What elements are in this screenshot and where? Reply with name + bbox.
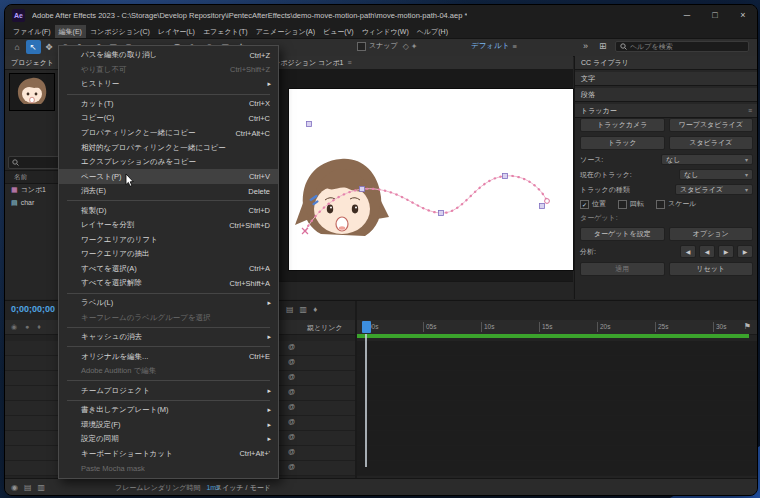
menubar-item[interactable]: ヘルプ(H): [413, 25, 452, 38]
parent-pickwhip-icon[interactable]: @: [288, 403, 295, 410]
playhead-handle[interactable]: [362, 321, 371, 333]
workspace-overflow-icon[interactable]: »: [583, 41, 588, 51]
tracker-checkbox[interactable]: 回転: [618, 199, 644, 209]
tracker-button[interactable]: 適用: [580, 262, 665, 276]
workspace-grid-icon[interactable]: ⊞: [599, 41, 607, 51]
checkbox-label: スケール: [668, 199, 697, 209]
analyze-button[interactable]: ▶: [737, 245, 753, 258]
current-timecode[interactable]: 0;00;00;00: [11, 304, 55, 314]
collapsed-panel-header[interactable]: CC ライブラリ: [575, 56, 758, 70]
menubar-item[interactable]: コンポジション(C): [86, 25, 154, 38]
edit-menu-item[interactable]: チームプロジェクト▸: [59, 383, 278, 398]
layer-row-right: [357, 371, 757, 385]
parent-link-column-header[interactable]: 親とリンク: [307, 323, 343, 333]
edit-menu-item[interactable]: ヒストリー▸: [59, 77, 278, 92]
minimize-button[interactable]: ─: [673, 5, 701, 25]
snap-option-icon[interactable]: ◇: [403, 42, 409, 51]
current-track-dropdown[interactable]: なし ▾: [679, 169, 753, 180]
edit-menu-item[interactable]: レイヤーを分割Ctrl+Shift+D: [59, 218, 278, 233]
analyze-button[interactable]: ◀: [699, 245, 715, 258]
analyze-button[interactable]: ◀: [680, 245, 696, 258]
edit-menu-item[interactable]: プロパティリンクと一緒にコピーCtrl+Alt+C: [59, 126, 278, 141]
menu-item-label: 環境設定(F): [81, 420, 121, 430]
ruler-tick-label: 30s: [713, 322, 726, 332]
help-search-input[interactable]: [630, 43, 744, 50]
statusbar-icon[interactable]: ▥: [38, 483, 46, 492]
menubar-item[interactable]: アニメーション(A): [252, 25, 319, 38]
path-start-anchor[interactable]: [302, 228, 308, 234]
parent-pickwhip-icon[interactable]: @: [288, 433, 295, 440]
timeline-view-icon[interactable]: ▤: [286, 305, 294, 314]
edit-menu-item[interactable]: 書き出しテンプレート(M)▸: [59, 403, 278, 418]
edit-menu-item[interactable]: 相対的なプロパティリンクと一緒にコピー: [59, 140, 278, 155]
analyze-button[interactable]: ▶: [718, 245, 734, 258]
analyze-label: 分析:: [580, 247, 596, 257]
edit-menu-item[interactable]: エクスプレッションのみをコピー: [59, 155, 278, 170]
selection-tool-icon[interactable]: ↖: [26, 40, 41, 54]
menu-item-label: エクスプレッションのみをコピー: [81, 157, 196, 167]
tracker-button[interactable]: スタビライズ: [669, 136, 754, 150]
edit-menu-item[interactable]: キャッシュの消去▸: [59, 330, 278, 345]
tracker-button[interactable]: リセット: [669, 262, 754, 276]
edit-menu-item[interactable]: キーボードショートカットCtrl+Alt+': [59, 447, 278, 462]
home-tool-icon[interactable]: ⌂: [10, 40, 25, 54]
edit-menu-item[interactable]: すべてを選択解除Ctrl+Shift+A: [59, 276, 278, 291]
timeline-view-icon[interactable]: ♦: [313, 305, 317, 314]
edit-menu-item[interactable]: ペースト(P)Ctrl+V: [59, 169, 278, 184]
collapsed-panel-header[interactable]: 文字: [575, 72, 758, 86]
snap-option-icon[interactable]: ✦: [411, 42, 418, 51]
path-end-anchor[interactable]: [545, 199, 550, 204]
parent-pickwhip-icon[interactable]: @: [288, 343, 295, 350]
tracker-button[interactable]: トラックカメラ: [580, 118, 665, 132]
statusbar-icon[interactable]: ◉: [11, 483, 18, 492]
hand-tool-icon[interactable]: ✥: [42, 40, 57, 54]
tracker-button[interactable]: ワープスタビライズ: [669, 118, 754, 132]
edit-menu-item[interactable]: 設定の同期▸: [59, 432, 278, 447]
timeline-view-icon[interactable]: ▥: [300, 305, 308, 314]
composition-canvas[interactable]: [289, 89, 573, 270]
parent-pickwhip-icon[interactable]: @: [288, 388, 295, 395]
comp-marker-icon[interactable]: ⚑: [744, 322, 751, 331]
collapsed-panel-header[interactable]: 段落: [575, 88, 758, 102]
edit-menu-item[interactable]: ラベル(L)▸: [59, 296, 278, 311]
edit-menu-item[interactable]: すべてを選択(A)Ctrl+A: [59, 262, 278, 277]
parent-pickwhip-icon[interactable]: @: [288, 373, 295, 380]
edit-menu-item[interactable]: ワークエリアの抽出: [59, 247, 278, 262]
tracker-button[interactable]: オプション: [669, 227, 754, 241]
menubar-item[interactable]: ウィンドウ(W): [358, 25, 413, 38]
workspace-selector[interactable]: デフォルト ≡: [471, 41, 517, 51]
tracker-checkbox[interactable]: スケール: [656, 199, 697, 209]
edit-menu-item[interactable]: 複製(D)Ctrl+D: [59, 203, 278, 218]
parent-pickwhip-icon[interactable]: @: [288, 358, 295, 365]
track-type-dropdown[interactable]: スタビライズ ▾: [675, 184, 753, 195]
parent-pickwhip-icon[interactable]: @: [288, 463, 295, 470]
help-search[interactable]: [615, 41, 749, 52]
menubar-item[interactable]: レイヤー(L): [154, 25, 199, 38]
menubar-item[interactable]: 編集(E): [55, 25, 86, 38]
edit-menu-item[interactable]: コピー(C)Ctrl+C: [59, 111, 278, 126]
edit-menu-item[interactable]: パスを編集の取り消しCtrl+Z: [59, 48, 278, 63]
edit-menu-item[interactable]: カット(T)Ctrl+X: [59, 97, 278, 112]
source-dropdown[interactable]: なし ▾: [661, 154, 753, 165]
tracker-button[interactable]: ターゲットを設定: [580, 227, 665, 241]
panel-menu-icon[interactable]: ≡: [347, 59, 351, 66]
menubar-item[interactable]: ビュー(V): [319, 25, 358, 38]
switches-modes-toggle[interactable]: スイッチ / モード: [215, 483, 271, 493]
edit-menu-item[interactable]: 環境設定(F)▸: [59, 418, 278, 433]
snap-checkbox[interactable]: [357, 42, 366, 51]
menubar-item[interactable]: ファイル(F): [9, 25, 55, 38]
close-button[interactable]: ×: [729, 5, 757, 25]
statusbar-icon[interactable]: ▤: [24, 483, 32, 492]
workspace-label: デフォルト: [471, 41, 509, 51]
tracker-button[interactable]: トラック: [580, 136, 665, 150]
time-ruler[interactable]: ⚑ 00s05s10s15s20s25s30s: [357, 320, 757, 334]
menubar-item[interactable]: エフェクト(T): [199, 25, 252, 38]
parent-pickwhip-icon[interactable]: @: [288, 448, 295, 455]
parent-pickwhip-icon[interactable]: @: [288, 418, 295, 425]
maximize-button[interactable]: □: [701, 5, 729, 25]
edit-menu-item[interactable]: 消去(E)Delete: [59, 184, 278, 199]
edit-menu-item[interactable]: オリジナルを編集...Ctrl+E: [59, 349, 278, 364]
tracker-checkbox[interactable]: ✓位置: [580, 199, 606, 209]
edit-menu-item[interactable]: ワークエリアのリフト: [59, 233, 278, 248]
panel-menu-icon[interactable]: ≡: [748, 107, 752, 114]
